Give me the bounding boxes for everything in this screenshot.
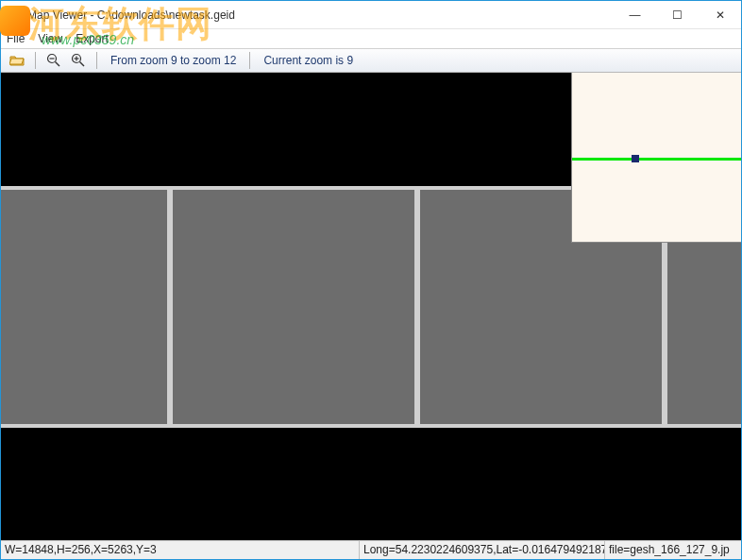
current-zoom-label: Current zoom is 9 bbox=[258, 54, 359, 67]
folder-open-icon bbox=[9, 53, 25, 68]
zoom-in-icon bbox=[71, 53, 86, 68]
menubar: File View Export bbox=[1, 29, 741, 48]
zoom-out-icon bbox=[46, 53, 61, 68]
app-icon bbox=[7, 8, 22, 23]
zoom-out-button[interactable] bbox=[43, 50, 64, 71]
maximize-button[interactable]: ☐ bbox=[656, 1, 699, 28]
menu-view[interactable]: View bbox=[38, 32, 62, 45]
toolbar: From zoom 9 to zoom 12 Current zoom is 9 bbox=[1, 48, 741, 73]
toolbar-separator bbox=[96, 52, 97, 69]
minimap[interactable] bbox=[571, 73, 741, 243]
map-tile bbox=[1, 190, 167, 424]
window-controls: — ☐ ✕ bbox=[614, 1, 741, 28]
status-dimensions: W=14848,H=256,X=5263,Y=3 bbox=[1, 541, 360, 559]
minimap-viewport-marker bbox=[632, 155, 639, 162]
zoom-range-label: From zoom 9 to zoom 12 bbox=[105, 54, 242, 67]
window-title: Map Viewer - C:\downloads\newtask.geid bbox=[27, 8, 614, 22]
menu-file[interactable]: File bbox=[7, 32, 25, 45]
svg-line-3 bbox=[56, 62, 60, 67]
minimize-button[interactable]: — bbox=[614, 1, 656, 28]
statusbar: W=14848,H=256,X=5263,Y=3 Long=54.2230224… bbox=[1, 540, 741, 559]
svg-rect-1 bbox=[9, 10, 19, 20]
status-file: file=gesh_166_127_9.jp bbox=[605, 541, 741, 559]
menu-export[interactable]: Export bbox=[76, 32, 109, 45]
titlebar[interactable]: Map Viewer - C:\downloads\newtask.geid —… bbox=[1, 1, 741, 29]
zoom-in-button[interactable] bbox=[68, 50, 89, 71]
status-coordinates: Long=54.2230224609375,Lat=-0.01647949218… bbox=[360, 541, 605, 559]
toolbar-separator bbox=[249, 52, 250, 69]
map-tile bbox=[173, 190, 414, 424]
close-button[interactable]: ✕ bbox=[699, 1, 741, 28]
open-button[interactable] bbox=[7, 50, 27, 71]
app-window: Map Viewer - C:\downloads\newtask.geid —… bbox=[0, 0, 742, 560]
map-viewport[interactable] bbox=[1, 73, 741, 540]
svg-line-6 bbox=[80, 62, 85, 67]
toolbar-separator bbox=[35, 52, 36, 69]
minimap-extent-line bbox=[572, 158, 741, 161]
